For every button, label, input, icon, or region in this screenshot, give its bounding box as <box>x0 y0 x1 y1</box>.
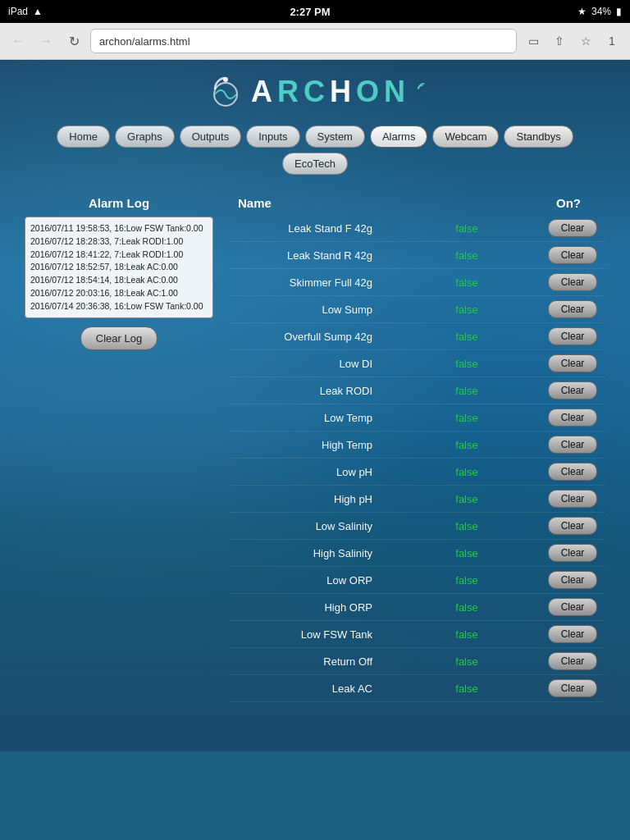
alarm-row-low-ph: Low pH false Clear <box>230 459 605 486</box>
nav-home[interactable]: Home <box>57 126 110 148</box>
clear-btn-3[interactable]: Clear <box>548 300 597 318</box>
share-button[interactable]: ▭ <box>522 30 545 52</box>
alarm-status-11: false <box>446 520 487 532</box>
log-entry-6: 2016/07/12 20:03:16, 18:Leak AC:1.00 <box>30 287 208 300</box>
clear-btn-10[interactable]: Clear <box>548 490 597 508</box>
nav-alarms[interactable]: Alarms <box>370 126 427 148</box>
clear-btn-1[interactable]: Clear <box>548 246 597 264</box>
carrier-label: iPad <box>8 6 28 17</box>
logo-area: ARCHON <box>0 60 630 121</box>
app-background: ARCHON Home Graphs Outputs Inputs System… <box>0 60 630 751</box>
battery-label: 34% <box>591 6 611 17</box>
alarm-status-4: false <box>446 331 487 343</box>
alarm-status-14: false <box>446 601 487 614</box>
alarm-status-7: false <box>446 412 487 424</box>
alarm-status-3: false <box>446 304 487 316</box>
archon-logo-icon <box>205 71 246 112</box>
alarm-table-header: Name On? <box>230 196 605 215</box>
nav-standbys[interactable]: Standbys <box>504 126 573 148</box>
browser-toolbar: ← → ↻ archon/alarms.html ▭ ⇧ ☆ 1 <box>0 23 630 59</box>
browser-chrome: ← → ↻ archon/alarms.html ▭ ⇧ ☆ 1 <box>0 23 630 60</box>
alarm-row-low-di: Low DI false Clear <box>230 350 605 377</box>
clear-btn-16[interactable]: Clear <box>548 652 597 670</box>
clear-btn-13[interactable]: Clear <box>548 571 597 589</box>
clear-btn-9[interactable]: Clear <box>548 463 597 481</box>
nav-graphs[interactable]: Graphs <box>115 126 175 148</box>
tabs-button[interactable]: 1 <box>600 30 623 52</box>
alarm-row-low-salinity: Low Salinity false Clear <box>230 513 605 540</box>
forward-button[interactable]: → <box>34 30 57 52</box>
alarm-name-16: Return Off <box>238 655 386 668</box>
alarm-name-1: Leak Stand R 42g <box>238 249 386 262</box>
alarm-name-11: Low Salinity <box>238 520 386 532</box>
alarm-name-7: Low Temp <box>238 412 386 424</box>
logo-letter-h: H <box>330 75 356 108</box>
nav-bar-row2: EcoTech <box>0 153 630 180</box>
on-header: On? <box>556 196 581 210</box>
alarm-row-high-salinity: High Salinity false Clear <box>230 540 605 567</box>
log-entry-3: 2016/07/12 18:41:22, 7:Leak RODI:1.00 <box>30 249 208 262</box>
alarm-row-overfull-sump: Overfull Sump 42g false Clear <box>230 323 605 350</box>
nav-webcam[interactable]: Webcam <box>432 126 499 148</box>
log-entry-1: 2016/07/11 19:58:53, 16:Low FSW Tank:0.0… <box>30 222 208 235</box>
alarm-name-13: Low ORP <box>238 574 386 587</box>
alarm-name-4: Overfull Sump 42g <box>238 331 386 343</box>
alarm-status-2: false <box>446 276 487 289</box>
nav-system[interactable]: System <box>305 126 365 148</box>
clear-btn-2[interactable]: Clear <box>548 273 597 291</box>
clear-btn-5[interactable]: Clear <box>548 354 597 372</box>
alarm-status-0: false <box>446 222 487 235</box>
nav-inputs[interactable]: Inputs <box>246 126 299 148</box>
nav-outputs[interactable]: Outputs <box>180 126 242 148</box>
clear-btn-0[interactable]: Clear <box>548 219 597 237</box>
svg-point-2 <box>418 87 419 89</box>
clear-btn-11[interactable]: Clear <box>548 517 597 535</box>
alarm-row-low-fsw-tank: Low FSW Tank false Clear <box>230 621 605 648</box>
alarm-name-3: Low Sump <box>238 304 386 316</box>
battery-icon: ▮ <box>616 6 622 17</box>
logo-text: ARCHON <box>251 75 410 109</box>
clear-btn-15[interactable]: Clear <box>548 625 597 643</box>
alarm-name-9: Low pH <box>238 466 386 478</box>
alarm-name-5: Low DI <box>238 358 386 370</box>
alarm-name-6: Leak RODI <box>238 385 386 397</box>
nav-ecotech[interactable]: EcoTech <box>282 153 348 175</box>
alarm-name-0: Leak Stand F 42g <box>238 222 386 235</box>
alarm-status-5: false <box>446 358 487 370</box>
alarm-status-13: false <box>446 574 487 587</box>
status-left: iPad ▲ <box>8 6 43 17</box>
alarm-table-section: Name On? Leak Stand F 42g false Clear Le… <box>230 196 605 702</box>
log-entry-5: 2016/07/12 18:54:14, 18:Leak AC:0.00 <box>30 274 208 287</box>
bluetooth-icon: ★ <box>578 6 587 17</box>
address-bar[interactable]: archon/alarms.html <box>90 29 517 53</box>
alarm-status-17: false <box>446 682 487 695</box>
clear-btn-6[interactable]: Clear <box>548 381 597 399</box>
alarm-status-12: false <box>446 547 487 559</box>
alarm-name-8: High Temp <box>238 439 386 451</box>
bookmark-button[interactable]: ☆ <box>574 30 597 52</box>
time-label: 2:27 PM <box>290 6 330 18</box>
name-header: Name <box>238 196 272 210</box>
clear-btn-14[interactable]: Clear <box>548 598 597 616</box>
alarm-name-12: High Salinity <box>238 547 386 559</box>
alarm-row-leak-stand-f: Leak Stand F 42g false Clear <box>230 215 605 242</box>
clear-log-button[interactable]: Clear Log <box>80 326 158 350</box>
alarm-name-15: Low FSW Tank <box>238 628 386 641</box>
alarm-status-10: false <box>446 493 487 505</box>
alarm-log-box: 2016/07/11 19:58:53, 16:Low FSW Tank:0.0… <box>25 217 213 318</box>
clear-btn-8[interactable]: Clear <box>548 436 597 454</box>
back-button[interactable]: ← <box>7 30 30 52</box>
alarm-row-high-ph: High pH false Clear <box>230 486 605 513</box>
alarm-row-low-sump: Low Sump false Clear <box>230 296 605 323</box>
main-content: Alarm Log 2016/07/11 19:58:53, 16:Low FS… <box>0 180 630 719</box>
clear-btn-12[interactable]: Clear <box>548 544 597 562</box>
reload-button[interactable]: ↻ <box>62 30 85 52</box>
clear-btn-4[interactable]: Clear <box>548 327 597 345</box>
clear-btn-17[interactable]: Clear <box>548 679 597 697</box>
clear-btn-7[interactable]: Clear <box>548 409 597 427</box>
alarm-row-leak-rodi: Leak RODI false Clear <box>230 377 605 404</box>
status-right: ★ 34% ▮ <box>578 6 622 17</box>
alarm-name-14: High ORP <box>238 601 386 614</box>
share-icon-button[interactable]: ⇧ <box>548 30 571 52</box>
log-entry-7: 2016/07/14 20:36:38, 16:Low FSW Tank:0.0… <box>30 300 208 313</box>
